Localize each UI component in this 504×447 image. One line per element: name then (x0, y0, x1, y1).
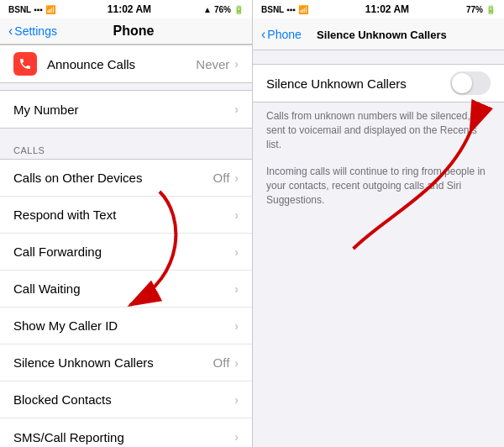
caller-id-item[interactable]: Show My Caller ID › (0, 308, 252, 344)
caller-id-chevron-icon: › (234, 319, 239, 333)
announce-calls-chevron-icon: › (234, 57, 239, 71)
left-content-area: Announce Calls Never › My Number › CALLS… (0, 45, 252, 447)
right-carrier: BSNL ▪▪▪ 📶 (261, 5, 308, 14)
left-signal-icon: ▪▪▪ (34, 5, 43, 14)
announce-calls-group: Announce Calls Never › (0, 45, 252, 83)
announce-calls-icon (13, 52, 37, 76)
call-waiting-chevron-icon: › (234, 282, 239, 296)
left-battery-icon: 🔋 (234, 5, 244, 14)
sms-call-chevron-icon: › (234, 430, 239, 444)
silence-toggle-knob (452, 73, 472, 93)
announce-calls-label: Announce Calls (47, 57, 196, 71)
call-forwarding-chevron-icon: › (234, 245, 239, 259)
right-back-chevron-icon: ‹ (261, 28, 265, 41)
calls-other-devices-label: Calls on Other Devices (13, 171, 213, 185)
right-wifi-icon: 📶 (298, 5, 308, 14)
call-forwarding-item[interactable]: Call Forwarding › (0, 234, 252, 271)
calls-section: CALLS Calls on Other Devices Off › Respo… (0, 142, 252, 447)
silence-description-1: Calls from unknown numbers will be silen… (253, 103, 504, 158)
blocked-contacts-item[interactable]: Blocked Contacts › (0, 381, 252, 418)
my-number-group: My Number › (0, 90, 252, 129)
phone-svg-icon (18, 57, 32, 71)
respond-text-label: Respond with Text (13, 208, 234, 222)
silence-unknown-label: Silence Unknown Callers (13, 355, 213, 370)
silence-toggle-group: Silence Unknown Callers (253, 64, 504, 103)
calls-other-devices-item[interactable]: Calls on Other Devices Off › (0, 160, 252, 197)
blocked-contacts-label: Blocked Contacts (13, 392, 234, 407)
silence-toggle-switch[interactable] (450, 71, 491, 95)
left-carrier: BSNL ▪▪▪ 📶 (8, 5, 55, 14)
calls-other-devices-value: Off (213, 171, 230, 185)
right-time: 11:02 AM (365, 3, 409, 15)
left-back-label: Settings (14, 24, 57, 38)
right-back-button[interactable]: ‹ Phone (261, 28, 302, 41)
my-number-label: My Number (13, 103, 234, 117)
calls-other-devices-chevron-icon: › (234, 171, 239, 185)
respond-text-chevron-icon: › (234, 208, 239, 222)
caller-id-label: Show My Caller ID (13, 318, 234, 333)
right-content-area: Silence Unknown Callers Calls from unkno… (253, 50, 504, 447)
right-signal-icon: ▪▪▪ (286, 5, 296, 14)
right-nav-bar: ‹ Phone Silence Unknown Callers (253, 18, 504, 50)
left-back-button[interactable]: ‹ Settings (8, 24, 57, 38)
left-status-bar: BSNL ▪▪▪ 📶 11:02 AM ▲ 76% 🔋 (0, 0, 252, 18)
right-back-label: Phone (267, 28, 301, 41)
right-status-bar: BSNL ▪▪▪ 📶 11:02 AM 77% 🔋 (253, 0, 504, 18)
left-nav-bar: ‹ Settings Phone (0, 18, 252, 45)
left-back-chevron-icon: ‹ (8, 24, 13, 38)
sms-call-label: SMS/Call Reporting (13, 430, 234, 444)
call-waiting-label: Call Waiting (13, 281, 234, 296)
silence-toggle-label: Silence Unknown Callers (266, 76, 450, 91)
announce-calls-value: Never (196, 57, 229, 71)
sms-call-item[interactable]: SMS/Call Reporting › (0, 418, 252, 447)
left-battery-text: 76% (214, 5, 231, 14)
calls-group: Calls on Other Devices Off › Respond wit… (0, 159, 252, 447)
silence-toggle-row[interactable]: Silence Unknown Callers (253, 65, 504, 102)
left-nav-title: Phone (57, 24, 210, 39)
left-battery-area: ▲ 76% 🔋 (203, 5, 244, 14)
calls-section-header: CALLS (0, 142, 252, 159)
left-time: 11:02 AM (108, 3, 151, 15)
right-carrier-text: BSNL (261, 5, 284, 14)
right-nav-title: Silence Unknown Callers (317, 29, 447, 41)
respond-text-item[interactable]: Respond with Text › (0, 197, 252, 234)
silence-unknown-value: Off (213, 355, 230, 370)
my-number-chevron-icon: › (234, 103, 239, 116)
right-battery-area: 77% 🔋 (466, 5, 496, 14)
blocked-contacts-chevron-icon: › (234, 393, 239, 407)
left-location-icon: ▲ (203, 5, 212, 14)
announce-calls-item[interactable]: Announce Calls Never › (0, 45, 252, 82)
silence-unknown-chevron-icon: › (234, 356, 239, 370)
left-panel: BSNL ▪▪▪ 📶 11:02 AM ▲ 76% 🔋 ‹ Settings P… (0, 0, 252, 447)
left-wifi-icon: 📶 (45, 5, 55, 14)
right-panel: BSNL ▪▪▪ 📶 11:02 AM 77% 🔋 ‹ Phone Silenc… (252, 0, 504, 447)
silence-unknown-item[interactable]: Silence Unknown Callers Off › (0, 344, 252, 381)
call-forwarding-label: Call Forwarding (13, 245, 234, 259)
right-battery-icon: 🔋 (486, 5, 496, 14)
silence-description-2: Incoming calls will continue to ring fro… (253, 158, 504, 213)
left-carrier-text: BSNL (8, 5, 31, 14)
call-waiting-item[interactable]: Call Waiting › (0, 271, 252, 308)
right-battery-text: 77% (466, 5, 483, 14)
my-number-item[interactable]: My Number › (0, 91, 252, 128)
